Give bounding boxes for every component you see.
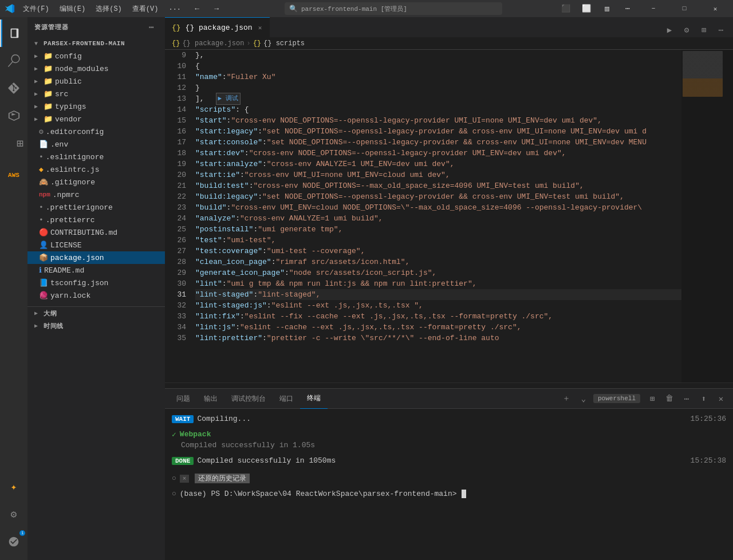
file-prettierrc[interactable]: • .prettierrc bbox=[27, 214, 165, 226]
file-env[interactable]: 📄 .env bbox=[27, 138, 165, 151]
activity-run[interactable] bbox=[0, 102, 27, 129]
activity-search[interactable] bbox=[0, 47, 27, 74]
code-area[interactable]: }, { "name": "Fuller Xu" } ], bbox=[191, 50, 681, 382]
file-npmrc[interactable]: npm .npmrc bbox=[27, 188, 165, 201]
tab-debug-console[interactable]: 调试控制台 bbox=[224, 389, 273, 409]
activity-explorer[interactable] bbox=[0, 19, 27, 47]
folder-node-modules[interactable]: ▶ 📁 node_modules bbox=[27, 62, 165, 75]
code-line-23: "build": "cross-env UMI_ENV=cloud NODE_O… bbox=[195, 202, 681, 213]
search-bar[interactable]: 🔍 parsex-frontend-main [管理员] bbox=[285, 2, 502, 15]
activity-mark[interactable]: ✦ bbox=[0, 473, 27, 500]
tab-package-json[interactable]: {} {} package.json ✕ bbox=[165, 17, 270, 37]
timeline-section[interactable]: ▶ 时间线 bbox=[27, 320, 165, 332]
terminal-split-btn[interactable]: ⊞ bbox=[645, 391, 660, 406]
tab-terminal[interactable]: 终端 bbox=[300, 389, 328, 409]
folder-public[interactable]: ▶ 📁 public bbox=[27, 75, 165, 88]
file-label: CONTRIBUTING.md bbox=[50, 228, 117, 237]
terminal-prompt-text: (base) PS D:\WorkSpace\04 ReactWorkSpace… bbox=[180, 490, 457, 498]
folder-icon: 📁 bbox=[44, 52, 53, 61]
main-layout: ⊞ AWS ✦ ⚙ 1 资源管理器 ⋯ bbox=[0, 17, 733, 560]
activity-extensions[interactable]: ⊞ bbox=[0, 129, 27, 157]
customize-btn[interactable]: ⋯ bbox=[620, 3, 636, 14]
file-license[interactable]: 👤 LICENSE bbox=[27, 239, 165, 251]
titlebar: 文件(F) 编辑(E) 选择(S) 查看(V) ... ← → 🔍 parsex… bbox=[0, 0, 733, 17]
split-btn[interactable]: ⬜ bbox=[578, 3, 594, 14]
project-root[interactable]: ▼ PARSEX-FRONTEND-MAIN bbox=[27, 37, 165, 50]
folder-chevron: ▶ bbox=[34, 65, 41, 72]
menu-select[interactable]: 选择(S) bbox=[91, 3, 127, 15]
menu-more[interactable]: ... bbox=[164, 3, 186, 15]
code-line-31: "lint-staged": "lint-staged", bbox=[195, 289, 681, 300]
tab-problems[interactable]: 问题 bbox=[170, 389, 197, 409]
file-eslintignore[interactable]: • .eslintignore bbox=[27, 151, 165, 163]
activity-git[interactable] bbox=[0, 74, 27, 102]
menu-edit[interactable]: 编辑(E) bbox=[55, 3, 90, 15]
search-text: parsex-frontend-main [管理员] bbox=[301, 5, 407, 13]
panels-btn[interactable]: ▥ bbox=[599, 3, 615, 14]
code-line-35: "lint:prettier": "prettier -c --write \"… bbox=[195, 333, 681, 344]
more-actions-btn[interactable]: ⋯ bbox=[714, 22, 728, 37]
code-line-28: "clean_icon_page": "rimraf src/assets/ic… bbox=[195, 257, 681, 267]
ln-29: 29 bbox=[165, 267, 186, 278]
close-btn[interactable]: ✕ bbox=[702, 0, 728, 17]
file-icon: ◆ bbox=[39, 165, 44, 174]
spacer bbox=[172, 424, 726, 429]
vscode-icon bbox=[5, 3, 15, 14]
file-package-json[interactable]: 📦 package.json bbox=[27, 251, 165, 264]
file-yarn-lock[interactable]: 🧶 yarn.lock bbox=[27, 289, 165, 302]
activity-account[interactable]: ⚙ bbox=[0, 500, 27, 528]
run-btn[interactable]: ▶ bbox=[662, 22, 677, 37]
terminal-dropdown-btn[interactable]: ⌄ bbox=[576, 391, 591, 406]
folder-icon: 📁 bbox=[44, 64, 53, 73]
folder-vendor[interactable]: ▶ 📁 vendor bbox=[27, 113, 165, 125]
breadcrumb-section[interactable]: {} scripts bbox=[263, 40, 305, 48]
split-editor-btn[interactable]: ⊞ bbox=[696, 22, 711, 37]
nav-forward-btn[interactable]: → bbox=[208, 3, 224, 14]
file-readme[interactable]: ℹ README.md bbox=[27, 264, 165, 277]
folder-typings[interactable]: ▶ 📁 typings bbox=[27, 100, 165, 113]
new-terminal-btn[interactable]: ＋ bbox=[559, 391, 574, 406]
compiled-text: Compiled successfully in 1.05s bbox=[172, 441, 315, 449]
powershell-label[interactable]: powershell bbox=[593, 394, 640, 403]
minimize-btn[interactable]: − bbox=[640, 0, 667, 17]
editor-scrollbar-h[interactable] bbox=[165, 382, 733, 388]
outline-section[interactable]: ▶ 大纲 bbox=[27, 307, 165, 320]
activity-aws[interactable]: AWS bbox=[0, 161, 27, 189]
editor-scroll: 9 10 11 12 13 14 15 16 17 18 19 20 21 22… bbox=[165, 50, 733, 382]
ln-15: 15 bbox=[165, 115, 186, 126]
menu-view[interactable]: 查看(V) bbox=[128, 3, 163, 15]
file-prettierignore[interactable]: • .prettierignore bbox=[27, 201, 165, 214]
folder-config[interactable]: ▶ 📁 config bbox=[27, 50, 165, 62]
terminal-content[interactable]: WAIT Compiling... 15:25:36 ✓ Webpack Com… bbox=[165, 409, 733, 560]
sidebar-title: 资源管理器 bbox=[34, 23, 69, 31]
breadcrumb-file[interactable]: {} package.json bbox=[182, 40, 244, 48]
project-chevron: ▼ bbox=[34, 41, 41, 47]
menu-file[interactable]: 文件(F) bbox=[18, 3, 54, 15]
file-gitignore[interactable]: 🙈 .gitignore bbox=[27, 176, 165, 188]
debug-btn[interactable]: ⚙ bbox=[679, 22, 694, 37]
new-file-btn[interactable]: ⋯ bbox=[145, 21, 158, 34]
activity-bar: ⊞ AWS ✦ ⚙ 1 bbox=[0, 17, 27, 560]
file-icon: • bbox=[39, 153, 44, 161]
panel-close-btn[interactable]: ✕ bbox=[714, 391, 728, 406]
panel-maximize-btn[interactable]: ⬆ bbox=[696, 391, 711, 406]
folder-src[interactable]: ▶ 📁 src bbox=[27, 88, 165, 100]
file-label: .npmrc bbox=[53, 191, 80, 199]
tab-output[interactable]: 输出 bbox=[197, 389, 224, 409]
terminal-kill-btn[interactable]: 🗑 bbox=[662, 391, 677, 406]
tab-close-btn[interactable]: ✕ bbox=[257, 23, 263, 33]
file-icon: 👤 bbox=[39, 240, 48, 250]
maximize-btn[interactable]: □ bbox=[671, 0, 697, 17]
file-tsconfig[interactable]: 📘 tsconfig.json bbox=[27, 277, 165, 289]
file-eslintrc[interactable]: ◆ .eslintrc.js bbox=[27, 163, 165, 176]
fold-btn-13[interactable]: ▶ 调试 bbox=[216, 93, 241, 105]
file-editorconfig[interactable]: ⚙ .editorconfig bbox=[27, 125, 165, 138]
activity-settings[interactable]: 1 bbox=[0, 528, 27, 555]
terminal-more-btn[interactable]: ⋯ bbox=[679, 391, 694, 406]
nav-back-btn[interactable]: ← bbox=[189, 3, 205, 14]
tab-ports[interactable]: 端口 bbox=[273, 389, 300, 409]
file-label: tsconfig.json bbox=[50, 279, 108, 287]
file-contributing[interactable]: 🔴 CONTRIBUTING.md bbox=[27, 226, 165, 239]
ln-14: 14 bbox=[165, 104, 186, 115]
layout-btn[interactable]: ⬛ bbox=[558, 3, 574, 14]
